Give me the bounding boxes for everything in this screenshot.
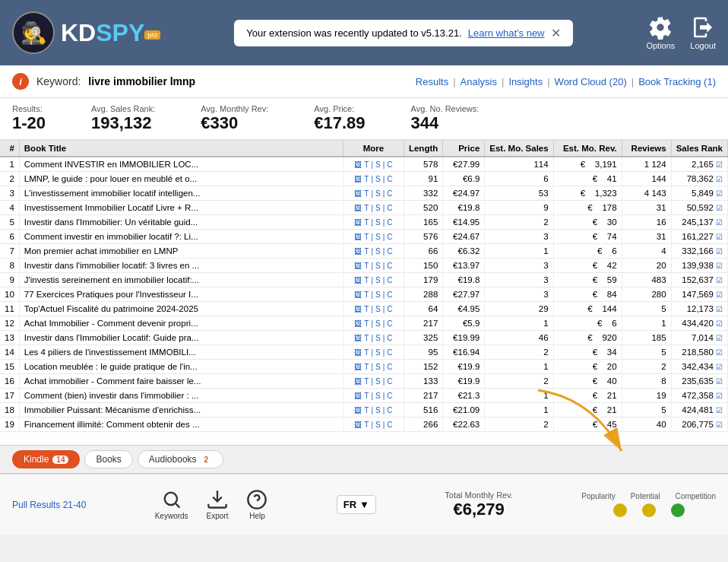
thumbnail-icon[interactable]: 🖼 [354, 305, 362, 313]
table-row[interactable]: 3 L'investissement immobilier locatif in… [0, 186, 728, 201]
nav-results[interactable]: Results [416, 76, 448, 87]
c-link[interactable]: C [387, 377, 392, 386]
t-link[interactable]: T [364, 305, 369, 313]
c-link[interactable]: C [387, 319, 392, 328]
c-link[interactable]: C [387, 305, 392, 313]
t-link[interactable]: T [364, 334, 369, 342]
nav-analysis[interactable]: Analysis [461, 76, 497, 87]
thumbnail-icon[interactable]: 🖼 [354, 247, 362, 256]
s-link[interactable]: S [375, 377, 381, 386]
t-link[interactable]: T [364, 233, 369, 241]
row-more[interactable]: 🖼 T | S | C [343, 374, 404, 389]
nav-word-cloud[interactable]: Word Cloud (20) [555, 76, 627, 87]
thumbnail-icon[interactable]: 🖼 [354, 363, 362, 371]
thumbnail-icon[interactable]: 🖼 [354, 218, 362, 227]
tab-audiobooks[interactable]: Audiobooks2 [138, 450, 223, 468]
table-row[interactable]: 4 Investissement Immobilier Locatif Livr… [0, 201, 728, 215]
s-link[interactable]: S [375, 421, 381, 429]
tab-books[interactable]: Books [84, 450, 132, 468]
table-row[interactable]: 6 Comment investir en immobilier locatif… [0, 230, 728, 244]
t-link[interactable]: T [364, 204, 369, 212]
export-button[interactable]: Export [207, 489, 229, 520]
close-icon[interactable]: ✕ [551, 26, 561, 40]
s-link[interactable]: S [375, 406, 381, 414]
s-link[interactable]: S [375, 218, 381, 227]
row-more[interactable]: 🖼 T | S | C [343, 316, 404, 331]
s-link[interactable]: S [375, 204, 381, 212]
rank-check-icon[interactable]: ☑ [716, 421, 723, 429]
rank-check-icon[interactable]: ☑ [716, 160, 723, 169]
region-selector[interactable]: FR ▼ [337, 495, 376, 514]
logout-button[interactable]: Logout [690, 15, 716, 50]
rank-check-icon[interactable]: ☑ [716, 189, 723, 198]
row-more[interactable]: 🖼 T | S | C [343, 345, 404, 360]
row-more[interactable]: 🖼 T | S | C [343, 287, 404, 302]
s-link[interactable]: S [375, 348, 381, 357]
t-link[interactable]: T [364, 406, 369, 414]
table-row[interactable]: 13 Investir dans l'Immobilier Locatif: G… [0, 331, 728, 345]
row-more[interactable]: 🖼 T | S | C [343, 186, 404, 201]
thumbnail-icon[interactable]: 🖼 [354, 189, 362, 198]
t-link[interactable]: T [364, 377, 369, 386]
row-more[interactable]: 🖼 T | S | C [343, 418, 404, 432]
s-link[interactable]: S [375, 233, 381, 241]
table-row[interactable]: 15 Location meublée : le guide pratique … [0, 360, 728, 374]
t-link[interactable]: T [364, 247, 369, 256]
keywords-button[interactable]: Keywords [155, 489, 188, 520]
c-link[interactable]: C [387, 233, 392, 241]
s-link[interactable]: S [375, 175, 381, 183]
s-link[interactable]: S [375, 262, 381, 270]
thumbnail-icon[interactable]: 🖼 [354, 406, 362, 414]
c-link[interactable]: C [387, 392, 392, 400]
rank-check-icon[interactable]: ☑ [716, 392, 723, 400]
row-more[interactable]: 🖼 T | S | C [343, 230, 404, 244]
s-link[interactable]: S [375, 392, 381, 400]
rank-check-icon[interactable]: ☑ [716, 218, 723, 227]
pull-results-link[interactable]: Pull Results 21-40 [12, 500, 86, 510]
t-link[interactable]: T [364, 363, 369, 371]
s-link[interactable]: S [375, 305, 381, 313]
thumbnail-icon[interactable]: 🖼 [354, 291, 362, 299]
table-row[interactable]: 9 J'investis sereinement en immobilier l… [0, 273, 728, 287]
rank-check-icon[interactable]: ☑ [716, 233, 723, 241]
c-link[interactable]: C [387, 175, 392, 183]
t-link[interactable]: T [364, 348, 369, 357]
c-link[interactable]: C [387, 334, 392, 342]
t-link[interactable]: T [364, 218, 369, 227]
rank-check-icon[interactable]: ☑ [716, 305, 723, 313]
table-row[interactable]: 1 Comment INVESTIR en IMMOBILIER LOC... … [0, 157, 728, 172]
c-link[interactable]: C [387, 348, 392, 357]
t-link[interactable]: T [364, 421, 369, 429]
s-link[interactable]: S [375, 319, 381, 328]
thumbnail-icon[interactable]: 🖼 [354, 348, 362, 357]
rank-check-icon[interactable]: ☑ [716, 406, 723, 414]
table-row[interactable]: 2 LMNP, le guide : pour louer en meublé … [0, 172, 728, 186]
rank-check-icon[interactable]: ☑ [716, 204, 723, 212]
row-more[interactable]: 🖼 T | S | C [343, 215, 404, 230]
nav-book-tracking[interactable]: Book Tracking (1) [638, 76, 716, 87]
row-more[interactable]: 🖼 T | S | C [343, 244, 404, 259]
table-row[interactable]: 19 Financement illimité: Comment obtenir… [0, 418, 728, 432]
table-row[interactable]: 8 Investir dans l'immobilier locatif: 3 … [0, 259, 728, 273]
rank-check-icon[interactable]: ☑ [716, 348, 723, 357]
row-more[interactable]: 🖼 T | S | C [343, 302, 404, 316]
c-link[interactable]: C [387, 218, 392, 227]
table-row[interactable]: 16 Achat immobilier - Comment faire bais… [0, 374, 728, 389]
c-link[interactable]: C [387, 421, 392, 429]
rank-check-icon[interactable]: ☑ [716, 319, 723, 328]
row-more[interactable]: 🖼 T | S | C [343, 331, 404, 345]
table-row[interactable]: 7 Mon premier achat immobilier en LMNP 🖼… [0, 244, 728, 259]
table-row[interactable]: 11 Top'Actuel Fiscalité du patrimoine 20… [0, 302, 728, 316]
s-link[interactable]: S [375, 189, 381, 198]
t-link[interactable]: T [364, 291, 369, 299]
help-button[interactable]: Help [246, 489, 267, 520]
row-more[interactable]: 🖼 T | S | C [343, 273, 404, 287]
row-more[interactable]: 🖼 T | S | C [343, 201, 404, 215]
rank-check-icon[interactable]: ☑ [716, 291, 723, 299]
thumbnail-icon[interactable]: 🖼 [354, 334, 362, 342]
row-more[interactable]: 🖼 T | S | C [343, 389, 404, 403]
table-row[interactable]: 18 Immobilier Puissant: Mécanisme d'enri… [0, 403, 728, 418]
t-link[interactable]: T [364, 276, 369, 284]
row-more[interactable]: 🖼 T | S | C [343, 259, 404, 273]
c-link[interactable]: C [387, 160, 392, 169]
